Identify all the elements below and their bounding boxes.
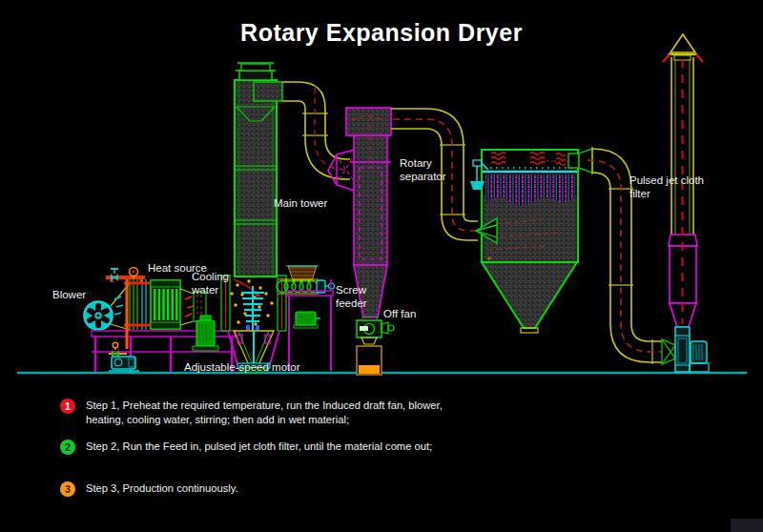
- valve-icon: [111, 269, 118, 281]
- fan-motor: [690, 341, 709, 372]
- step-2-badge: 2: [60, 440, 75, 455]
- stack-cap-icon: [670, 34, 695, 52]
- step-3-badge: 3: [60, 481, 75, 497]
- induced-draft-fan: [662, 327, 709, 372]
- tower-outlet-pipe: [282, 82, 350, 179]
- collection-bin: [357, 346, 382, 375]
- label-pulsed-jet-cloth-filter: Pulsed jet cloth filter: [629, 174, 710, 200]
- label-off-fan: Off fan: [383, 307, 416, 320]
- step-1-text: Step 1, Preheat the required temperature…: [86, 399, 464, 427]
- pulsed-jet-cloth-filter: [470, 149, 592, 333]
- agitator: [241, 286, 264, 331]
- label-screw-feeder: Screw feeder: [336, 283, 383, 310]
- label-blower: Blower: [52, 288, 86, 301]
- off-fan-valve: [357, 317, 394, 344]
- blower: [84, 283, 130, 330]
- label-main-tower: Main tower: [274, 196, 327, 210]
- step-3-text: Step 3, Production continuously.: [86, 481, 464, 496]
- label-adjustable-speed-motor: Adjustable-speed motor: [184, 360, 308, 374]
- step-2: 2 Step 2, Run the Feed in, pulsed jet cl…: [60, 440, 464, 455]
- step-2-text: Step 2, Run the Feed in, pulsed jet clot…: [86, 440, 464, 454]
- label-rotary-separator: Rotary separator: [400, 156, 466, 183]
- dryer-diagram-page: Rotary Expansion Dryer: [0, 0, 763, 532]
- step-1: 1 Step 1, Preheat the required temperatu…: [60, 399, 464, 427]
- main-tower: [235, 63, 282, 276]
- label-cooling-water: Cooling water: [192, 270, 243, 297]
- heater-radiator: [151, 280, 180, 329]
- stirring-motor: [193, 316, 218, 351]
- fan-inlet-cone: [662, 339, 675, 364]
- feeder-motor: [294, 312, 320, 328]
- step-3: 3 Step 3, Production continuously.: [60, 481, 464, 497]
- watermark-box: [731, 519, 763, 532]
- screw-feeder: [277, 266, 335, 371]
- step-1-badge: 1: [60, 399, 75, 414]
